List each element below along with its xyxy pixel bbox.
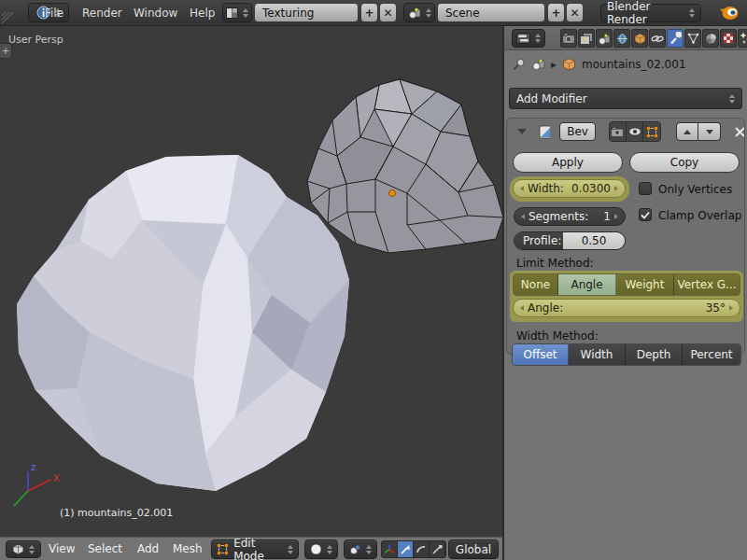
pivot-dropdown[interactable]: [344, 539, 377, 559]
edit-mode-icon: [217, 543, 228, 555]
manipulator-axes-toggle[interactable]: [382, 541, 398, 557]
properties-header: [504, 26, 747, 50]
rotate-arc-icon: [416, 544, 427, 555]
constraints-icon: [651, 33, 664, 45]
viewport-canvas[interactable]: [0, 26, 502, 537]
menu-mesh[interactable]: Mesh: [173, 542, 203, 555]
width-method-group: Offset Width Depth Percent: [512, 343, 741, 366]
delete-modifier-icon[interactable]: [734, 126, 744, 138]
limit-option-none[interactable]: None: [514, 274, 558, 295]
close-scene-button[interactable]: ✕: [566, 3, 584, 22]
modifier-name-field[interactable]: Bev: [559, 122, 595, 141]
menu-add[interactable]: Add: [137, 542, 159, 555]
pivot-icon: [349, 543, 361, 555]
angle-slider[interactable]: Angle: 35°: [513, 299, 740, 317]
copy-button[interactable]: Copy: [629, 152, 740, 173]
breadcrumb-arrow-icon: ▸: [551, 58, 557, 71]
tab-render[interactable]: [560, 29, 577, 48]
screen-layout-name-field[interactable]: Texturing: [254, 3, 359, 22]
breadcrumb-scene-icon[interactable]: [531, 58, 545, 71]
info-header: File Render Window Help Texturing + ✕: [0, 0, 747, 26]
breadcrumb-object-name[interactable]: mountains_02.001: [582, 58, 685, 71]
width-option-percent[interactable]: Percent: [683, 344, 740, 365]
menu-select[interactable]: Select: [88, 542, 122, 555]
width-option-width[interactable]: Width: [569, 344, 626, 365]
viewport-selector-arrows: [29, 545, 35, 554]
axes-icon: [384, 544, 395, 555]
move-modifier-down-button[interactable]: [698, 122, 721, 141]
manipulator-rotate-toggle[interactable]: [414, 541, 430, 557]
scene-selector[interactable]: [403, 3, 435, 22]
tab-constraints[interactable]: [649, 29, 666, 48]
add-layout-button[interactable]: +: [360, 3, 378, 22]
apply-button[interactable]: Apply: [513, 152, 623, 173]
add-modifier-dropdown[interactable]: Add Modifier: [509, 88, 742, 109]
object-data-icon: [687, 33, 699, 44]
viewport-header-bar: View Select Add Mesh Edit Mode: [0, 537, 502, 560]
width-field[interactable]: Width: 0.0300: [513, 179, 626, 198]
tab-object[interactable]: [631, 29, 648, 48]
clamp-overlap-checkbox[interactable]: [639, 208, 652, 221]
width-option-offset[interactable]: Offset: [513, 344, 569, 365]
viewport-editor-selector[interactable]: [6, 540, 41, 558]
orientation-dropdown[interactable]: Global: [448, 539, 499, 559]
edit-mode-display-toggle[interactable]: [643, 122, 660, 141]
limit-option-angle[interactable]: Angle: [558, 274, 616, 295]
tab-object-data[interactable]: [684, 29, 701, 48]
tab-particles[interactable]: [738, 29, 747, 48]
segments-field[interactable]: Segments: 1: [514, 207, 626, 226]
layout-arrows: [243, 8, 248, 18]
viewport-visibility-toggle[interactable]: [627, 122, 643, 141]
limit-option-vertex-group[interactable]: Vertex G...: [674, 274, 740, 295]
modifier-display-toggles: [609, 121, 662, 142]
arrow-up-icon: [683, 129, 692, 135]
profile-slider[interactable]: Profile: 0.50: [514, 231, 626, 250]
scene-icon: [408, 7, 421, 19]
render-layers-icon: [580, 33, 593, 45]
axis-gizmo: [14, 471, 50, 506]
tab-material[interactable]: [702, 29, 719, 48]
shading-sphere-icon: [310, 543, 322, 555]
scene-arrows: [426, 8, 431, 18]
expand-triangle-icon[interactable]: [516, 128, 526, 135]
tab-render-layers[interactable]: [578, 29, 595, 48]
menu-window[interactable]: Window: [134, 7, 177, 20]
tab-scene[interactable]: [596, 29, 613, 48]
pin-icon[interactable]: [513, 58, 526, 71]
particles-icon: [740, 32, 747, 45]
breadcrumb-mesh-icon[interactable]: [562, 58, 576, 71]
resize-grip-icon[interactable]: [1, 9, 14, 24]
mode-dropdown[interactable]: Edit Mode: [211, 539, 299, 559]
scene-tab-icon: [598, 33, 611, 45]
tab-world[interactable]: [613, 29, 630, 48]
clamp-overlap-label: Clamp Overlap: [658, 209, 741, 222]
shading-dropdown[interactable]: [304, 539, 338, 559]
manipulator-translate-toggle[interactable]: [398, 541, 414, 557]
screen-layout-selector[interactable]: [222, 3, 252, 22]
move-modifier-up-button[interactable]: [676, 122, 698, 141]
width-option-depth[interactable]: Depth: [626, 344, 683, 365]
add-scene-button[interactable]: +: [547, 3, 565, 22]
render-icon: [562, 33, 575, 44]
limit-option-weight[interactable]: Weight: [616, 274, 674, 295]
manipulator-scale-toggle[interactable]: [430, 541, 445, 557]
view-name-label: User Persp: [8, 34, 63, 46]
limit-method-group: None Angle Weight Vertex G...: [513, 273, 740, 296]
menu-file[interactable]: File: [45, 7, 63, 20]
scene-name-field[interactable]: Scene: [437, 3, 545, 22]
tab-texture[interactable]: [720, 29, 737, 48]
render-visibility-toggle[interactable]: [610, 122, 627, 141]
render-engine-dropdown[interactable]: Blender Render: [600, 4, 701, 22]
menu-help[interactable]: Help: [190, 7, 215, 20]
viewport-3d[interactable]: User Persp + z X (1) mountains_02.001: [0, 26, 502, 537]
menu-render[interactable]: Render: [82, 7, 122, 20]
modifier-header: Bev: [507, 119, 744, 145]
close-layout-button[interactable]: ✕: [379, 3, 397, 22]
modifier-reorder-buttons: [676, 122, 721, 141]
toolshelf-expand-tab[interactable]: +: [0, 43, 12, 59]
properties-editor-selector[interactable]: [512, 29, 545, 48]
tab-modifiers[interactable]: [667, 29, 684, 48]
only-vertices-checkbox[interactable]: [639, 182, 652, 195]
menu-view[interactable]: View: [49, 542, 75, 555]
blender-window: File Render Window Help Texturing + ✕: [0, 0, 747, 560]
